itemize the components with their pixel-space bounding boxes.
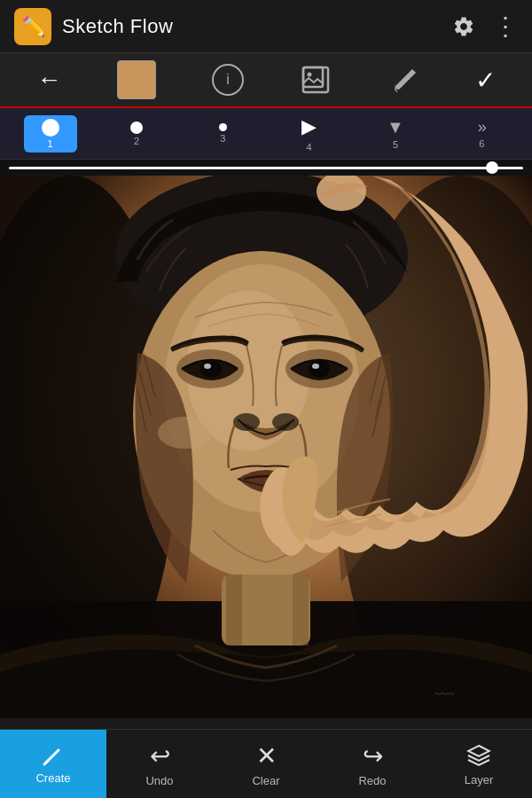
brush-preset-6[interactable]: » 6 — [455, 114, 508, 153]
triangle-down-icon: ▼ — [387, 117, 404, 137]
check-icon: ✓ — [475, 66, 496, 95]
app-title: Sketch Flow — [62, 15, 442, 38]
color-swatch[interactable] — [117, 60, 156, 99]
brush-label-1: 1 — [48, 138, 53, 149]
svg-point-17 — [312, 364, 319, 369]
brush-label-5: 5 — [393, 139, 398, 150]
svg-text:~~~: ~~~ — [434, 688, 455, 701]
brush-label-6: 6 — [479, 138, 484, 149]
svg-rect-22 — [293, 575, 309, 645]
brush-dot-2 — [130, 121, 143, 134]
info-button[interactable]: i — [212, 64, 244, 96]
brush-preset-1[interactable]: 1 — [24, 115, 77, 153]
confirm-button[interactable]: ✓ — [475, 66, 496, 95]
top-bar-actions: ⋮ — [452, 12, 518, 41]
brush-dot-3 — [219, 123, 227, 131]
settings-icon[interactable] — [452, 15, 475, 38]
color-swatch-box — [117, 60, 156, 99]
brush-preset-3[interactable]: 3 — [196, 120, 249, 147]
brush-dot-1 — [42, 119, 59, 137]
brush-icon — [387, 64, 419, 96]
layer-label: Layer — [465, 773, 494, 786]
brush-preset-4[interactable]: ▶ 4 — [283, 112, 336, 156]
back-button[interactable]: ← — [36, 66, 61, 94]
create-label: Create — [35, 771, 70, 785]
top-bar: ✏️ Sketch Flow ⋮ — [0, 0, 532, 53]
undo-label: Undo — [145, 774, 173, 787]
brush-size-slider[interactable] — [9, 167, 523, 169]
svg-point-18 — [233, 413, 260, 431]
brush-preset-2[interactable]: 2 — [110, 118, 163, 150]
more-menu-icon[interactable]: ⋮ — [493, 12, 518, 41]
chevrons-icon: » — [478, 118, 486, 137]
brush-size-slider-row — [0, 160, 532, 176]
create-icon — [41, 743, 66, 768]
clear-button[interactable]: ✕ Clear — [213, 730, 319, 798]
gallery-button[interactable] — [300, 64, 332, 96]
svg-point-16 — [309, 360, 330, 378]
svg-point-19 — [272, 413, 299, 431]
svg-point-23 — [158, 417, 211, 449]
redo-button[interactable]: ↪ Redo — [319, 730, 426, 798]
svg-point-14 — [200, 360, 222, 378]
tool-bar: ← i ✓ — [0, 53, 532, 108]
brush-label-4: 4 — [307, 142, 312, 153]
redo-label: Redo — [358, 774, 386, 787]
info-circle-icon: i — [212, 64, 244, 96]
app-icon: ✏️ — [14, 8, 51, 45]
svg-point-2 — [307, 73, 311, 77]
brush-button[interactable] — [387, 64, 419, 96]
undo-button[interactable]: ↩ Undo — [106, 730, 213, 798]
arrow-right-icon: ▶ — [301, 115, 317, 138]
gallery-icon — [300, 64, 332, 96]
brush-label-2: 2 — [134, 136, 139, 146]
portrait-sketch: ~~~ — [0, 176, 532, 718]
brush-label-3: 3 — [220, 133, 225, 144]
clear-label: Clear — [252, 774, 279, 787]
brush-preset-5[interactable]: ▼ 5 — [369, 113, 422, 153]
clear-icon: ✕ — [256, 741, 277, 771]
undo-icon: ↩ — [150, 741, 170, 771]
canvas-area[interactable]: ~~~ — [0, 176, 532, 718]
bottom-bar: Create ↩ Undo ✕ Clear ↪ Redo Layer — [0, 729, 532, 798]
svg-rect-21 — [226, 575, 242, 645]
brush-row: 1 2 3 ▶ 4 ▼ 5 » 6 — [0, 108, 532, 160]
svg-line-27 — [44, 761, 48, 764]
create-button[interactable]: Create — [0, 730, 106, 798]
layer-icon — [466, 742, 491, 770]
redo-icon: ↪ — [363, 741, 383, 771]
svg-rect-1 — [303, 67, 323, 87]
layer-button[interactable]: Layer — [426, 730, 532, 798]
svg-point-15 — [204, 364, 211, 369]
pencil-icon: ✏️ — [21, 15, 45, 38]
